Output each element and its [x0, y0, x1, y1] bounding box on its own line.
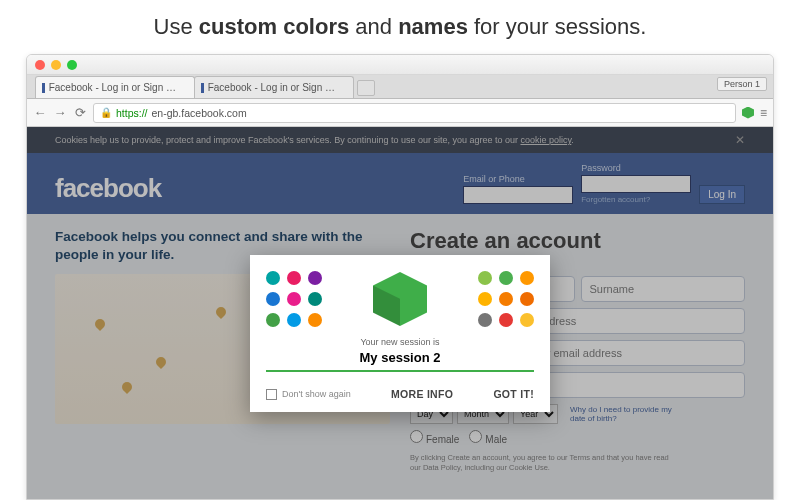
session-extension-icon[interactable] — [742, 107, 754, 119]
minimize-window-button[interactable] — [51, 60, 61, 70]
address-bar[interactable]: 🔒 https://en-gb.facebook.com — [93, 103, 736, 123]
browser-tab[interactable]: Facebook - Log in or Sign … — [194, 76, 354, 98]
color-swatch[interactable] — [478, 292, 492, 306]
zoom-window-button[interactable] — [67, 60, 77, 70]
window-titlebar — [27, 55, 773, 75]
tab-title: Facebook - Log in or Sign … — [49, 82, 176, 93]
tab-title: Facebook - Log in or Sign … — [208, 82, 335, 93]
back-button[interactable]: ← — [33, 105, 47, 120]
browser-menu-button[interactable]: ≡ — [760, 106, 767, 120]
url-scheme: https:// — [116, 107, 148, 119]
color-swatch[interactable] — [308, 313, 322, 327]
facebook-favicon-icon — [42, 83, 45, 93]
profile-switcher-button[interactable]: Person 1 — [717, 77, 767, 91]
session-name-label: Your new session is — [266, 337, 534, 347]
color-swatch[interactable] — [520, 313, 534, 327]
color-swatch[interactable] — [478, 271, 492, 285]
color-swatch[interactable] — [499, 271, 513, 285]
color-swatch[interactable] — [308, 271, 322, 285]
color-swatch[interactable] — [520, 271, 534, 285]
color-swatch[interactable] — [520, 292, 534, 306]
color-swatch[interactable] — [266, 271, 280, 285]
color-swatch[interactable] — [499, 292, 513, 306]
color-palette-left — [266, 271, 322, 327]
new-tab-button[interactable] — [357, 80, 375, 96]
color-swatch[interactable] — [287, 313, 301, 327]
color-swatch[interactable] — [478, 313, 492, 327]
color-swatch[interactable] — [266, 292, 280, 306]
session-setup-modal: Your new session is Don't show again MOR… — [250, 255, 550, 412]
reload-button[interactable]: ⟳ — [73, 105, 87, 120]
color-swatch[interactable] — [287, 271, 301, 285]
tab-strip: Facebook - Log in or Sign … Facebook - L… — [27, 75, 773, 99]
more-info-button[interactable]: MORE INFO — [391, 388, 453, 400]
session-name-input[interactable] — [266, 347, 534, 372]
color-swatch[interactable] — [308, 292, 322, 306]
got-it-button[interactable]: GOT IT! — [493, 388, 534, 400]
lock-icon: 🔒 — [100, 107, 112, 118]
color-swatch[interactable] — [266, 313, 280, 327]
dont-show-again-checkbox[interactable]: Don't show again — [266, 389, 351, 400]
browser-window: Facebook - Log in or Sign … Facebook - L… — [26, 54, 774, 500]
color-swatch[interactable] — [287, 292, 301, 306]
facebook-favicon-icon — [201, 83, 204, 93]
browser-toolbar: ← → ⟳ 🔒 https://en-gb.facebook.com ≡ — [27, 99, 773, 127]
browser-tab[interactable]: Facebook - Log in or Sign … — [35, 76, 195, 98]
color-palette-right — [478, 271, 534, 327]
close-window-button[interactable] — [35, 60, 45, 70]
url-host: en-gb.facebook.com — [152, 107, 247, 119]
forward-button[interactable]: → — [53, 105, 67, 120]
color-swatch[interactable] — [499, 313, 513, 327]
promo-tagline: Use custom colors and names for your ses… — [0, 0, 800, 52]
session-cube-icon — [373, 272, 427, 326]
